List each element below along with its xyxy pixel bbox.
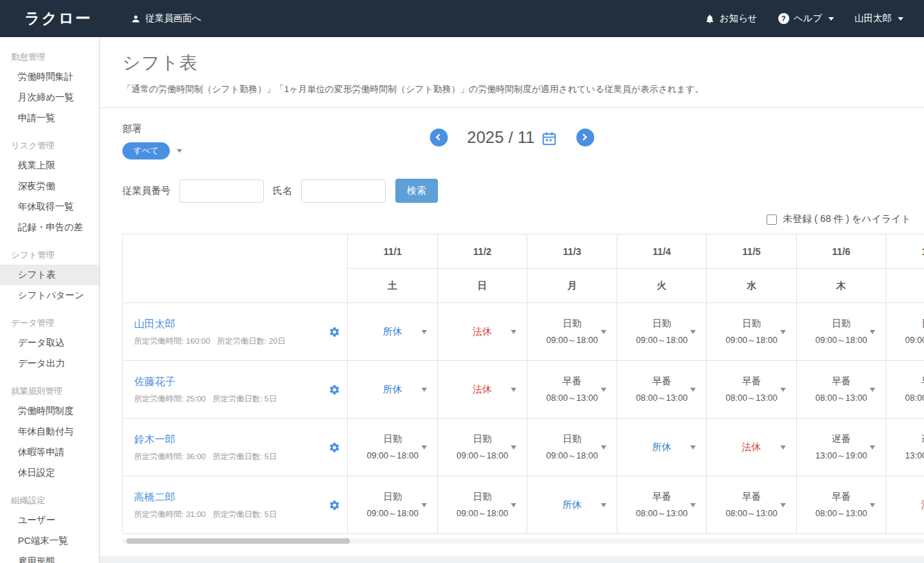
sidebar-item[interactable]: 年休自動付与 bbox=[0, 421, 99, 442]
shift-time-label: 09:00～18:00 bbox=[439, 450, 527, 462]
shift-cell[interactable]: 早番08:00～13:00 bbox=[886, 361, 924, 419]
day-header-cell: 火 bbox=[617, 269, 707, 303]
chevron-down-icon bbox=[870, 388, 875, 392]
sidebar-item[interactable]: 月次締め一覧 bbox=[0, 87, 99, 108]
sidebar-item[interactable]: データ出力 bbox=[0, 353, 99, 374]
sidebar-item[interactable]: 労働時間制度 bbox=[0, 401, 99, 421]
shift-time-label: 09:00～18:00 bbox=[798, 335, 886, 346]
chevron-down-icon bbox=[780, 388, 786, 392]
shift-cell[interactable]: 法休 bbox=[437, 361, 527, 419]
notice-link[interactable]: お知らせ bbox=[705, 12, 758, 25]
sidebar-item[interactable]: 労働時間集計 bbox=[0, 67, 99, 87]
shift-cell[interactable]: 日勤09:00～18:00 bbox=[707, 303, 797, 361]
shift-type-label: 早番 bbox=[798, 375, 886, 388]
shift-cell[interactable]: 日勤09:00～18:00 bbox=[527, 419, 617, 476]
shift-cell[interactable]: 法休 bbox=[437, 303, 527, 361]
date-header-cell: 11/3 bbox=[527, 234, 617, 269]
employee-name-link[interactable]: 鈴木一郎 bbox=[134, 433, 175, 446]
shift-cell[interactable]: 法休 bbox=[886, 476, 924, 534]
shift-cell[interactable]: 所休 bbox=[617, 419, 707, 476]
shift-time-label: 08:00～13:00 bbox=[887, 393, 924, 404]
employee-screen-link[interactable]: 従業員画面へ bbox=[131, 12, 201, 25]
sidebar-item[interactable]: 休暇等申請 bbox=[0, 442, 99, 463]
sidebar-item[interactable]: 深夜労働 bbox=[0, 176, 99, 197]
sidebar-item[interactable]: 記録・申告の差 bbox=[0, 217, 99, 238]
sidebar-item[interactable]: 残業上限 bbox=[0, 155, 99, 176]
employee-name-link[interactable]: 山田太郎 bbox=[134, 318, 175, 331]
shift-cell[interactable]: 早番08:00～13:00 bbox=[527, 361, 617, 419]
date-header-cell: 11/6 bbox=[796, 234, 886, 269]
shift-cell[interactable]: 日勤09:00～18:00 bbox=[437, 419, 527, 476]
shift-cell[interactable]: 日勤09:00～18:00 bbox=[886, 303, 924, 361]
gear-icon[interactable] bbox=[329, 384, 340, 395]
horizontal-scrollbar[interactable] bbox=[122, 538, 924, 544]
user-menu[interactable]: 山田太郎 bbox=[855, 12, 903, 25]
shift-cell[interactable]: 日勤09:00～18:00 bbox=[796, 303, 886, 361]
sidebar-item[interactable]: 年休取得一覧 bbox=[0, 197, 99, 217]
shift-cell[interactable]: 遅番13:00～19:00 bbox=[796, 419, 886, 476]
chevron-down-icon bbox=[690, 388, 696, 392]
sidebar-section-title: リスク管理 bbox=[0, 129, 99, 155]
employee-name-link[interactable]: 佐藤花子 bbox=[134, 375, 175, 388]
shift-cell[interactable]: 日勤09:00～18:00 bbox=[617, 303, 707, 361]
sidebar-item[interactable]: データ取込 bbox=[0, 333, 99, 353]
shift-cell[interactable]: 所休 bbox=[348, 361, 438, 419]
person-icon bbox=[131, 14, 141, 24]
app-logo[interactable]: ラクロー bbox=[25, 8, 92, 29]
shift-cell[interactable]: 早番08:00～13:00 bbox=[707, 476, 797, 534]
scrollbar-thumb[interactable] bbox=[126, 538, 350, 544]
employee-number-input[interactable] bbox=[179, 179, 264, 203]
shift-cell[interactable]: 日勤09:00～18:00 bbox=[348, 476, 438, 534]
chevron-down-icon[interactable] bbox=[177, 149, 182, 153]
chevron-down-icon bbox=[511, 388, 516, 392]
sidebar-item[interactable]: PC端末一覧 bbox=[0, 531, 99, 551]
sidebar-item[interactable]: シフトパターン bbox=[0, 285, 99, 306]
shift-cell[interactable]: 日勤09:00～18:00 bbox=[527, 303, 617, 361]
chevron-down-icon bbox=[828, 17, 834, 21]
employee-name-link[interactable]: 高橋二郎 bbox=[134, 491, 175, 504]
shift-cell[interactable]: 日勤09:00～18:00 bbox=[348, 419, 438, 476]
scheduled-hours: 所定労働時間: 160:00 bbox=[134, 336, 210, 346]
shift-cell[interactable]: 早番08:00～13:00 bbox=[617, 476, 707, 534]
next-month-button[interactable] bbox=[577, 129, 595, 146]
sidebar-item[interactable]: 申請一覧 bbox=[0, 108, 99, 129]
shift-cell[interactable]: 日勤09:00～18:00 bbox=[437, 476, 527, 534]
employee-row: 山田太郎所定労働時間: 160:00所定労働日数: 20日所休法休日勤09:00… bbox=[123, 303, 924, 361]
shift-cell[interactable]: 法休 bbox=[707, 419, 797, 476]
day-header-cell: 日 bbox=[437, 269, 527, 303]
shift-cell[interactable]: 早番08:00～13:00 bbox=[707, 361, 797, 419]
day-header-cell: 金 bbox=[886, 269, 924, 303]
sidebar-item[interactable]: 休日設定 bbox=[0, 463, 99, 483]
shift-time-label: 09:00～18:00 bbox=[528, 335, 616, 346]
prev-month-button[interactable] bbox=[430, 129, 448, 146]
calendar-icon[interactable] bbox=[542, 131, 558, 146]
search-button[interactable]: 検索 bbox=[395, 179, 438, 203]
gear-icon[interactable] bbox=[329, 499, 340, 511]
shift-table: 11/111/211/311/411/511/611/7 土日月火水木金 山田太… bbox=[122, 234, 924, 534]
gear-icon[interactable] bbox=[329, 441, 340, 453]
help-menu[interactable]: ? ヘルプ bbox=[778, 12, 834, 25]
gear-icon[interactable] bbox=[329, 326, 340, 338]
shift-cell[interactable]: 所休 bbox=[527, 476, 617, 534]
shift-type-label: 日勤 bbox=[887, 318, 924, 330]
name-input[interactable] bbox=[301, 179, 386, 203]
shift-cell[interactable]: 早番08:00～13:00 bbox=[617, 361, 707, 419]
highlight-checkbox[interactable] bbox=[767, 214, 777, 225]
table-body: 山田太郎所定労働時間: 160:00所定労働日数: 20日所休法休日勤09:00… bbox=[123, 303, 924, 534]
shift-type-label: 日勤 bbox=[439, 491, 527, 503]
shift-cell[interactable]: 遅番13:00～19:00 bbox=[886, 419, 924, 476]
chevron-down-icon bbox=[780, 445, 786, 450]
employee-cell: 山田太郎所定労働時間: 160:00所定労働日数: 20日 bbox=[123, 303, 348, 361]
sidebar-item[interactable]: 雇用形態 bbox=[0, 551, 99, 563]
department-select[interactable]: すべて bbox=[122, 142, 170, 159]
date-header-cell: 11/2 bbox=[437, 234, 527, 269]
sidebar-item[interactable]: ユーザー bbox=[0, 510, 99, 531]
shift-cell[interactable]: 早番08:00～13:00 bbox=[796, 361, 886, 419]
shift-cell[interactable]: 早番08:00～13:00 bbox=[796, 476, 886, 534]
sidebar-item[interactable]: シフト表 bbox=[0, 265, 99, 285]
shift-cell[interactable]: 所休 bbox=[348, 303, 438, 361]
employee-row: 佐藤花子所定労働時間: 25:00所定労働日数: 5日所休法休早番08:00～1… bbox=[123, 361, 924, 419]
employee-meta: 所定労働時間: 31:00所定労働日数: 5日 bbox=[134, 509, 346, 520]
employee-number-label: 従業員番号 bbox=[122, 185, 170, 197]
chevron-down-icon bbox=[601, 445, 606, 450]
